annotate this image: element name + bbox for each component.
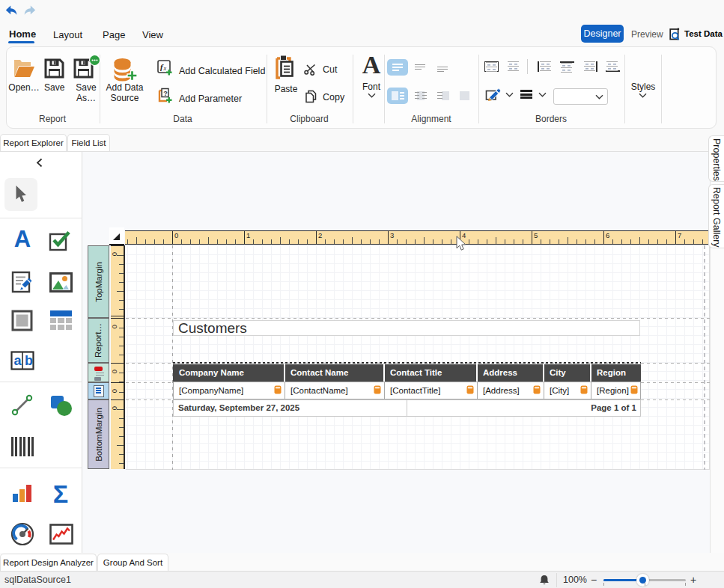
svg-text:?: ? [163,90,168,97]
svg-text:b: b [25,353,33,368]
svg-text:x: x [163,65,167,72]
svg-text:a: a [14,353,22,368]
